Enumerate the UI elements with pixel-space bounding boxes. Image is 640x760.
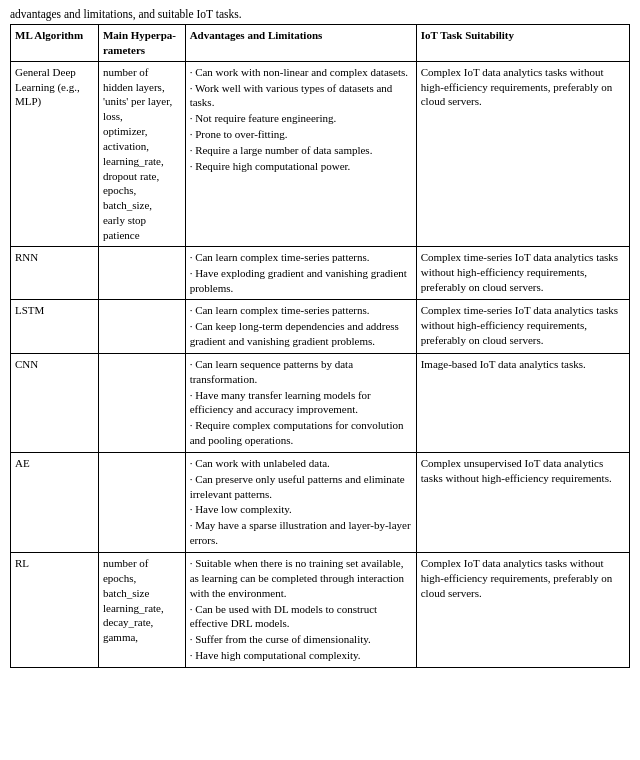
header-text: advantages and limitations, and suitable… xyxy=(10,8,630,20)
params-cell: number of hidden layers,'units' per laye… xyxy=(98,61,185,246)
algo-cell: AE xyxy=(11,452,99,552)
params-cell xyxy=(98,300,185,354)
ml-comparison-table: ML Algo­rithm Main Hyperpa­rameters Adva… xyxy=(10,24,630,668)
iot-cell: Complex unsupervised IoT data analytics … xyxy=(416,452,629,552)
col-algo: ML Algo­rithm xyxy=(11,25,99,62)
advantages-cell: Suitable when there is no training set a… xyxy=(185,553,416,668)
algo-cell: RL xyxy=(11,553,99,668)
col-adv: Advantages and Limitations xyxy=(185,25,416,62)
params-cell xyxy=(98,353,185,452)
advantages-cell: Can learn complex time-series patterns.H… xyxy=(185,246,416,300)
algo-cell: RNN xyxy=(11,246,99,300)
advantages-cell: Can work with unlabeled data.Can preserv… xyxy=(185,452,416,552)
algo-cell: CNN xyxy=(11,353,99,452)
iot-cell: Complex time-series IoT data analytics t… xyxy=(416,246,629,300)
algo-cell: LSTM xyxy=(11,300,99,354)
params-cell xyxy=(98,246,185,300)
iot-cell: Complex IoT data analytics tasks without… xyxy=(416,553,629,668)
iot-cell: Complex time-series IoT data analytics t… xyxy=(416,300,629,354)
col-iot: IoT Task Suitability xyxy=(416,25,629,62)
advantages-cell: Can learn sequence patterns by data tran… xyxy=(185,353,416,452)
params-cell xyxy=(98,452,185,552)
params-cell: number of epochs,batch_sizelearning_rate… xyxy=(98,553,185,668)
advantages-cell: Can learn complex time-series patterns.C… xyxy=(185,300,416,354)
algo-cell: General Deep Learning (e.g., MLP) xyxy=(11,61,99,246)
col-params: Main Hyperpa­rameters xyxy=(98,25,185,62)
iot-cell: Image-based IoT data analytics tasks. xyxy=(416,353,629,452)
iot-cell: Complex IoT data analytics tasks without… xyxy=(416,61,629,246)
advantages-cell: Can work with non-linear and complex dat… xyxy=(185,61,416,246)
